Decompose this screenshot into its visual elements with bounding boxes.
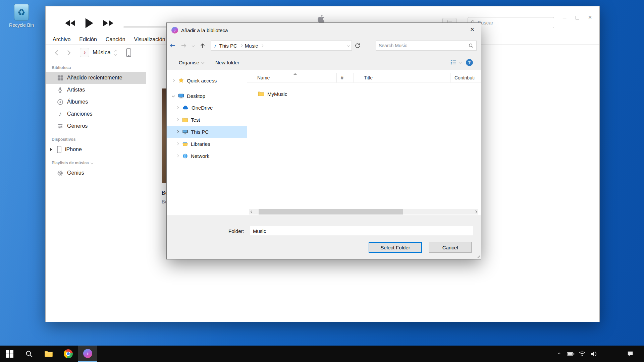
- libraries-icon: [182, 141, 188, 146]
- playlists-section-header[interactable]: Playlists de música: [52, 160, 146, 166]
- menu-edicion[interactable]: Edición: [75, 35, 101, 44]
- nav-forward-button[interactable]: [178, 43, 190, 48]
- chevron-right-icon[interactable]: [176, 130, 179, 133]
- music-note-icon: ♪: [57, 110, 63, 118]
- itunes-window-controls: – ×: [559, 13, 595, 22]
- address-bar[interactable]: ♪ This PC Music: [211, 41, 352, 51]
- sidebar-item-genres[interactable]: Géneros: [46, 120, 146, 132]
- tree-item-onedrive[interactable]: OneDrive: [167, 102, 247, 114]
- show-hidden-icons-button[interactable]: [553, 353, 565, 355]
- select-folder-button[interactable]: Select Folder: [369, 242, 422, 253]
- horizontal-scrollbar[interactable]: [249, 209, 478, 215]
- change-view-button[interactable]: [450, 59, 461, 65]
- column-contributing[interactable]: Contributi: [450, 73, 481, 82]
- tree-item-network[interactable]: Network: [167, 150, 247, 162]
- itunes-sidebar: Biblioteca Añadido recientemente Artista…: [46, 60, 146, 322]
- battery-icon[interactable]: [565, 352, 576, 356]
- folder-name-input[interactable]: [250, 226, 473, 236]
- refresh-button[interactable]: [352, 43, 363, 48]
- device-button[interactable]: [126, 48, 131, 57]
- column-name[interactable]: Name: [247, 73, 337, 82]
- column-title[interactable]: Title: [354, 73, 450, 82]
- sidebar-item-artists[interactable]: Artistas: [46, 84, 146, 96]
- scroll-left-button[interactable]: [249, 209, 255, 215]
- chevron-down-icon: [459, 61, 462, 64]
- chevron-right-icon[interactable]: [172, 79, 175, 82]
- tree-item-quick-access[interactable]: Quick access: [167, 75, 247, 86]
- breadcrumb-separator-icon[interactable]: [240, 44, 243, 47]
- maximize-button[interactable]: [572, 13, 582, 22]
- menu-archivo[interactable]: Archivo: [48, 35, 75, 44]
- rewind-button[interactable]: [64, 19, 76, 27]
- library-header-label: Biblioteca: [52, 65, 71, 70]
- breadcrumb-this-pc[interactable]: This PC: [219, 43, 242, 49]
- column-number[interactable]: #: [337, 73, 354, 82]
- menu-visualizacion[interactable]: Visualización: [130, 35, 170, 44]
- chevron-right-icon[interactable]: [176, 106, 179, 109]
- menu-cancion[interactable]: Canción: [101, 35, 130, 44]
- navigation-row: ♪ Música: [56, 46, 131, 59]
- taskbar-file-explorer-button[interactable]: [39, 346, 58, 362]
- chevron-right-icon[interactable]: [176, 118, 179, 121]
- chevron-down-icon[interactable]: [172, 95, 175, 97]
- nav-up-button[interactable]: [197, 43, 208, 49]
- sidebar-item-label: Canciones: [67, 111, 93, 117]
- organise-menu-button[interactable]: Organise: [179, 60, 204, 65]
- file-row-mymusic[interactable]: MyMusic: [247, 89, 481, 99]
- music-note-glyph: ♪: [174, 28, 176, 33]
- media-picker-value[interactable]: Música: [93, 49, 111, 56]
- file-list: Name # Title Contributi MyMusic: [247, 70, 481, 216]
- tree-item-libraries[interactable]: Libraries: [167, 138, 247, 150]
- action-center-button[interactable]: [625, 351, 636, 357]
- new-folder-button[interactable]: New folder: [215, 60, 239, 65]
- sidebar-item-genius[interactable]: Genius: [46, 167, 146, 179]
- taskbar-itunes-button[interactable]: ♪: [78, 346, 97, 362]
- tree-item-this-pc[interactable]: This PC: [167, 126, 247, 138]
- cancel-button[interactable]: Cancel: [429, 242, 472, 253]
- recent-locations-dropdown[interactable]: [190, 45, 197, 47]
- itunes-search-input[interactable]: [478, 20, 545, 25]
- nav-back-button[interactable]: [167, 43, 178, 48]
- help-button[interactable]: ?: [466, 59, 473, 66]
- taskbar-search-button[interactable]: [19, 346, 39, 362]
- expand-arrow-icon[interactable]: [50, 148, 52, 151]
- this-pc-icon: [182, 129, 188, 135]
- back-button[interactable]: [55, 50, 60, 55]
- dialog-search-input[interactable]: [379, 43, 469, 48]
- sidebar-item-iphone[interactable]: iPhone: [46, 143, 146, 156]
- network-wifi-icon[interactable]: [576, 351, 588, 357]
- scrollbar-track[interactable]: [255, 209, 473, 215]
- fast-forward-button[interactable]: [103, 19, 114, 27]
- new-folder-label: New folder: [215, 60, 239, 65]
- scroll-right-button[interactable]: [473, 209, 478, 215]
- address-dropdown-icon[interactable]: [347, 44, 350, 47]
- scrollbar-thumb[interactable]: [259, 209, 403, 215]
- minimize-button[interactable]: –: [559, 13, 570, 22]
- start-button[interactable]: [0, 346, 19, 362]
- recycle-bin[interactable]: ♻ Recycle Bin: [5, 4, 38, 28]
- sidebar-item-songs[interactable]: ♪ Canciones: [46, 108, 146, 120]
- media-picker-stepper[interactable]: [115, 50, 117, 55]
- itunes-menubar: Archivo Edición Canción Visualización: [48, 35, 170, 44]
- dialog-search-box[interactable]: [376, 41, 477, 51]
- play-button[interactable]: [85, 17, 94, 29]
- tree-item-test[interactable]: Test: [167, 114, 247, 126]
- sidebar-item-albums[interactable]: Álbumes: [46, 96, 146, 108]
- breadcrumb-music[interactable]: Music: [245, 43, 263, 49]
- forward-button[interactable]: [65, 50, 71, 55]
- taskbar-chrome-button[interactable]: [58, 346, 78, 362]
- tree-item-desktop[interactable]: Desktop: [167, 90, 247, 102]
- dialog-titlebar[interactable]: ♪ Añadir a la biblioteca: [167, 23, 481, 38]
- column-headers: Name # Title Contributi: [247, 73, 481, 83]
- iphone-icon: [57, 146, 61, 153]
- dialog-close-button[interactable]: ×: [464, 23, 481, 36]
- resize-grip[interactable]: [476, 254, 480, 258]
- window-close-button[interactable]: ×: [585, 13, 595, 22]
- volume-icon[interactable]: [588, 351, 599, 357]
- chevron-right-icon[interactable]: [176, 142, 179, 145]
- chevron-right-icon[interactable]: [176, 155, 179, 157]
- media-kind-icon[interactable]: ♪: [80, 48, 89, 57]
- playback-controls: [64, 16, 114, 30]
- sidebar-item-recently-added[interactable]: Añadido recientemente: [46, 72, 146, 84]
- breadcrumb-separator-icon[interactable]: [261, 44, 263, 47]
